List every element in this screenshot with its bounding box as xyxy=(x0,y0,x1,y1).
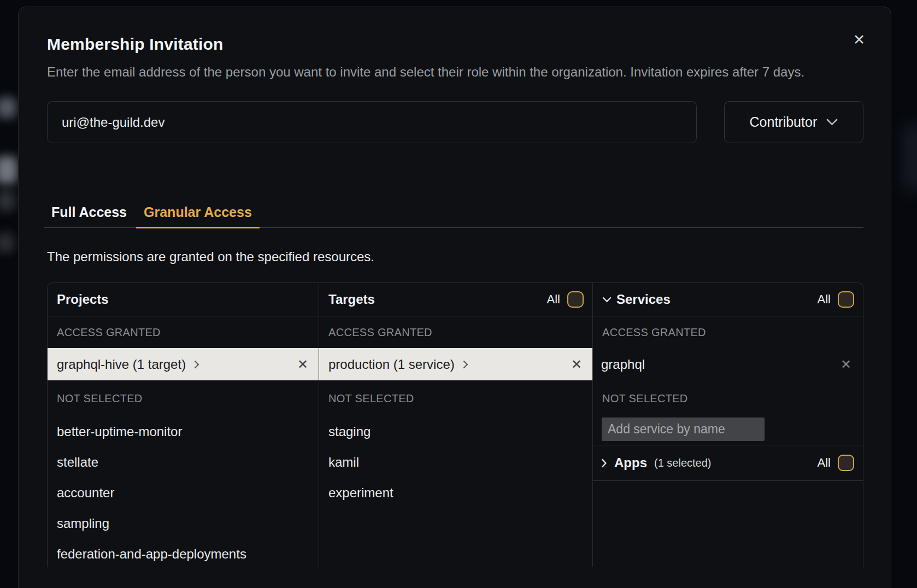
targets-all-wrap: All xyxy=(547,291,584,308)
apps-all-wrap: All xyxy=(818,455,854,471)
access-tabs: Full Access Granular Access xyxy=(44,204,863,228)
projects-header-row: Projects xyxy=(48,283,319,316)
backdrop-blur-fragment xyxy=(0,233,14,252)
dialog-title: Membership Invitation xyxy=(47,34,863,54)
remove-icon: ✕ xyxy=(840,357,851,372)
services-all-wrap: All xyxy=(818,291,854,308)
access-granted-label: ACCESS GRANTED xyxy=(593,316,863,348)
targets-header-row: Targets All xyxy=(319,283,592,316)
services-all-label: All xyxy=(818,292,831,307)
target-option[interactable]: kamil xyxy=(319,447,592,478)
chevron-right-icon xyxy=(601,458,607,468)
services-header-row[interactable]: Services All xyxy=(593,283,863,316)
screen: ✕ Membership Invitation Enter the email … xyxy=(0,0,917,588)
target-option[interactable]: experiment xyxy=(319,478,592,508)
granted-target-name: production (1 service) xyxy=(328,357,455,372)
not-selected-label: NOT SELECTED xyxy=(593,380,863,416)
granted-target-row[interactable]: production (1 service) ✕ xyxy=(319,348,592,380)
apps-label: Apps xyxy=(614,455,647,471)
targets-column: Targets All ACCESS GRANTED production (1… xyxy=(319,283,593,567)
role-value: Contributor xyxy=(750,114,818,130)
granted-service-row[interactable]: graphql ✕ xyxy=(593,348,863,380)
apps-selected-count: (1 selected) xyxy=(654,457,712,469)
not-selected-label: NOT SELECTED xyxy=(48,380,319,416)
remove-icon: ✕ xyxy=(571,357,582,372)
membership-invitation-dialog: ✕ Membership Invitation Enter the email … xyxy=(18,7,891,588)
email-input[interactable] xyxy=(47,101,697,143)
granted-project-row[interactable]: graphql-hive (1 target) ✕ xyxy=(48,348,319,380)
permissions-note: The permissions are granted on the speci… xyxy=(47,249,863,264)
project-option[interactable]: federation-and-app-deployments xyxy=(48,539,319,567)
project-option[interactable]: sampling xyxy=(48,508,319,539)
not-selected-label: NOT SELECTED xyxy=(319,380,592,416)
project-option[interactable]: accounter xyxy=(48,478,319,508)
add-service-wrap xyxy=(593,416,863,441)
invite-form-row: Contributor xyxy=(47,101,863,143)
role-dropdown[interactable]: Contributor xyxy=(724,101,863,143)
targets-header: Targets xyxy=(328,292,375,307)
backdrop-blur-fragment xyxy=(0,97,16,118)
resources-grid: Projects ACCESS GRANTED graphql-hive (1 … xyxy=(47,283,863,567)
remove-icon: ✕ xyxy=(297,357,308,372)
apps-all-label: All xyxy=(818,456,831,470)
services-header: Services xyxy=(616,292,671,307)
access-granted-label: ACCESS GRANTED xyxy=(48,316,319,348)
dialog-description: Enter the email address of the person yo… xyxy=(47,62,863,83)
services-all-checkbox[interactable] xyxy=(838,291,854,308)
services-column: Services All ACCESS GRANTED graphql ✕ NO xyxy=(593,283,863,567)
targets-all-checkbox[interactable] xyxy=(567,291,584,308)
tab-granular-access[interactable]: Granular Access xyxy=(136,204,260,228)
access-granted-label: ACCESS GRANTED xyxy=(319,316,592,348)
targets-all-label: All xyxy=(547,292,560,307)
tab-full-access[interactable]: Full Access xyxy=(44,204,134,228)
projects-header: Projects xyxy=(57,292,109,307)
add-service-input[interactable] xyxy=(602,418,765,441)
project-option[interactable]: stellate xyxy=(48,447,319,478)
remove-service-button[interactable]: ✕ xyxy=(840,357,851,372)
remove-project-button[interactable]: ✕ xyxy=(297,357,308,372)
backdrop-blur-fragment xyxy=(0,190,15,211)
chevron-right-icon xyxy=(194,360,199,369)
granted-project-name: graphql-hive (1 target) xyxy=(57,357,186,372)
project-option[interactable]: better-uptime-monitor xyxy=(48,416,319,447)
apps-all-checkbox[interactable] xyxy=(838,455,854,471)
backdrop-blur-fragment xyxy=(0,156,17,184)
chevron-right-icon xyxy=(463,360,468,369)
granted-service-name: graphql xyxy=(601,357,645,372)
chevron-down-icon xyxy=(602,297,612,303)
target-option[interactable]: staging xyxy=(319,416,592,447)
apps-section-row[interactable]: Apps (1 selected) All xyxy=(593,445,863,481)
projects-column: Projects ACCESS GRANTED graphql-hive (1 … xyxy=(48,283,319,567)
remove-target-button[interactable]: ✕ xyxy=(571,357,582,372)
chevron-down-icon xyxy=(826,119,838,126)
backdrop-glow xyxy=(906,125,917,190)
